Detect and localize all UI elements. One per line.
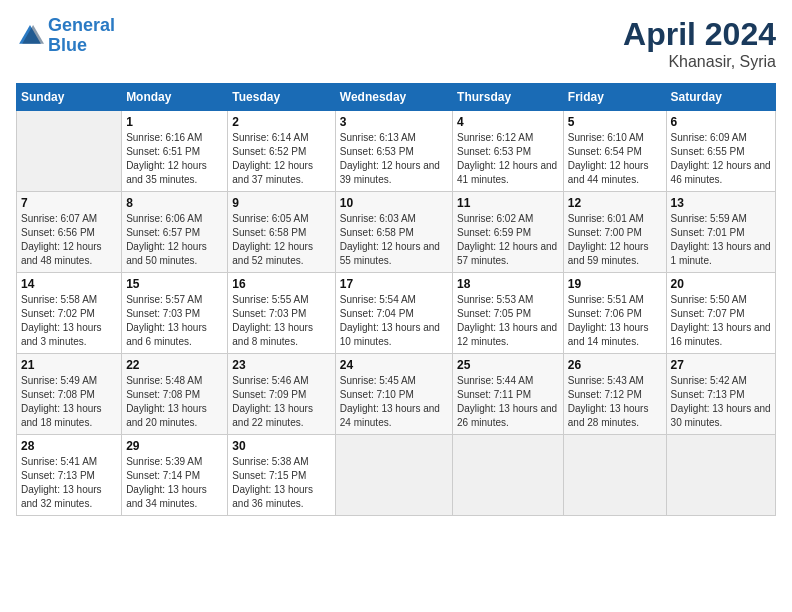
day-number: 20	[671, 277, 771, 291]
day-info: Sunrise: 6:06 AMSunset: 6:57 PMDaylight:…	[126, 212, 223, 268]
header-monday: Monday	[122, 84, 228, 111]
day-number: 12	[568, 196, 662, 210]
day-cell: 30 Sunrise: 5:38 AMSunset: 7:15 PMDaylig…	[228, 435, 335, 516]
week-row-0: 1 Sunrise: 6:16 AMSunset: 6:51 PMDayligh…	[17, 111, 776, 192]
day-number: 29	[126, 439, 223, 453]
day-info: Sunrise: 6:13 AMSunset: 6:53 PMDaylight:…	[340, 131, 448, 187]
day-cell: 4 Sunrise: 6:12 AMSunset: 6:53 PMDayligh…	[453, 111, 564, 192]
day-info: Sunrise: 5:43 AMSunset: 7:12 PMDaylight:…	[568, 374, 662, 430]
day-number: 2	[232, 115, 330, 129]
day-info: Sunrise: 5:53 AMSunset: 7:05 PMDaylight:…	[457, 293, 559, 349]
day-info: Sunrise: 5:38 AMSunset: 7:15 PMDaylight:…	[232, 455, 330, 511]
day-number: 3	[340, 115, 448, 129]
day-cell: 6 Sunrise: 6:09 AMSunset: 6:55 PMDayligh…	[666, 111, 775, 192]
day-info: Sunrise: 6:03 AMSunset: 6:58 PMDaylight:…	[340, 212, 448, 268]
day-cell: 5 Sunrise: 6:10 AMSunset: 6:54 PMDayligh…	[563, 111, 666, 192]
day-cell: 11 Sunrise: 6:02 AMSunset: 6:59 PMDaylig…	[453, 192, 564, 273]
day-cell: 10 Sunrise: 6:03 AMSunset: 6:58 PMDaylig…	[335, 192, 452, 273]
day-info: Sunrise: 6:16 AMSunset: 6:51 PMDaylight:…	[126, 131, 223, 187]
logo-blue: Blue	[48, 35, 87, 55]
day-cell: 7 Sunrise: 6:07 AMSunset: 6:56 PMDayligh…	[17, 192, 122, 273]
day-cell: 23 Sunrise: 5:46 AMSunset: 7:09 PMDaylig…	[228, 354, 335, 435]
day-number: 21	[21, 358, 117, 372]
logo-icon	[16, 22, 44, 50]
day-info: Sunrise: 5:59 AMSunset: 7:01 PMDaylight:…	[671, 212, 771, 268]
title-block: April 2024 Khanasir, Syria	[623, 16, 776, 71]
logo: General Blue	[16, 16, 115, 56]
day-cell: 18 Sunrise: 5:53 AMSunset: 7:05 PMDaylig…	[453, 273, 564, 354]
page-header: General Blue April 2024 Khanasir, Syria	[16, 16, 776, 71]
header-thursday: Thursday	[453, 84, 564, 111]
week-row-1: 7 Sunrise: 6:07 AMSunset: 6:56 PMDayligh…	[17, 192, 776, 273]
day-cell: 15 Sunrise: 5:57 AMSunset: 7:03 PMDaylig…	[122, 273, 228, 354]
logo-general: General	[48, 15, 115, 35]
day-number: 30	[232, 439, 330, 453]
day-cell: 8 Sunrise: 6:06 AMSunset: 6:57 PMDayligh…	[122, 192, 228, 273]
day-info: Sunrise: 6:05 AMSunset: 6:58 PMDaylight:…	[232, 212, 330, 268]
day-info: Sunrise: 5:55 AMSunset: 7:03 PMDaylight:…	[232, 293, 330, 349]
day-info: Sunrise: 5:45 AMSunset: 7:10 PMDaylight:…	[340, 374, 448, 430]
day-number: 10	[340, 196, 448, 210]
day-number: 26	[568, 358, 662, 372]
day-cell: 19 Sunrise: 5:51 AMSunset: 7:06 PMDaylig…	[563, 273, 666, 354]
day-number: 15	[126, 277, 223, 291]
day-cell: 14 Sunrise: 5:58 AMSunset: 7:02 PMDaylig…	[17, 273, 122, 354]
header-row: SundayMondayTuesdayWednesdayThursdayFrid…	[17, 84, 776, 111]
day-cell: 17 Sunrise: 5:54 AMSunset: 7:04 PMDaylig…	[335, 273, 452, 354]
day-number: 23	[232, 358, 330, 372]
day-info: Sunrise: 6:09 AMSunset: 6:55 PMDaylight:…	[671, 131, 771, 187]
day-cell: 21 Sunrise: 5:49 AMSunset: 7:08 PMDaylig…	[17, 354, 122, 435]
day-info: Sunrise: 5:57 AMSunset: 7:03 PMDaylight:…	[126, 293, 223, 349]
day-cell	[453, 435, 564, 516]
day-cell: 29 Sunrise: 5:39 AMSunset: 7:14 PMDaylig…	[122, 435, 228, 516]
day-cell: 24 Sunrise: 5:45 AMSunset: 7:10 PMDaylig…	[335, 354, 452, 435]
day-info: Sunrise: 5:51 AMSunset: 7:06 PMDaylight:…	[568, 293, 662, 349]
day-info: Sunrise: 5:49 AMSunset: 7:08 PMDaylight:…	[21, 374, 117, 430]
day-number: 5	[568, 115, 662, 129]
day-number: 14	[21, 277, 117, 291]
day-cell: 22 Sunrise: 5:48 AMSunset: 7:08 PMDaylig…	[122, 354, 228, 435]
day-info: Sunrise: 5:42 AMSunset: 7:13 PMDaylight:…	[671, 374, 771, 430]
day-cell	[563, 435, 666, 516]
day-info: Sunrise: 5:50 AMSunset: 7:07 PMDaylight:…	[671, 293, 771, 349]
day-cell: 13 Sunrise: 5:59 AMSunset: 7:01 PMDaylig…	[666, 192, 775, 273]
day-number: 24	[340, 358, 448, 372]
day-cell: 3 Sunrise: 6:13 AMSunset: 6:53 PMDayligh…	[335, 111, 452, 192]
day-number: 19	[568, 277, 662, 291]
day-cell: 12 Sunrise: 6:01 AMSunset: 7:00 PMDaylig…	[563, 192, 666, 273]
day-cell: 2 Sunrise: 6:14 AMSunset: 6:52 PMDayligh…	[228, 111, 335, 192]
day-info: Sunrise: 6:10 AMSunset: 6:54 PMDaylight:…	[568, 131, 662, 187]
day-cell	[17, 111, 122, 192]
day-cell: 9 Sunrise: 6:05 AMSunset: 6:58 PMDayligh…	[228, 192, 335, 273]
day-number: 7	[21, 196, 117, 210]
header-saturday: Saturday	[666, 84, 775, 111]
day-number: 9	[232, 196, 330, 210]
day-info: Sunrise: 5:54 AMSunset: 7:04 PMDaylight:…	[340, 293, 448, 349]
day-info: Sunrise: 6:14 AMSunset: 6:52 PMDaylight:…	[232, 131, 330, 187]
day-cell: 1 Sunrise: 6:16 AMSunset: 6:51 PMDayligh…	[122, 111, 228, 192]
day-number: 25	[457, 358, 559, 372]
main-title: April 2024	[623, 16, 776, 53]
calendar-body: 1 Sunrise: 6:16 AMSunset: 6:51 PMDayligh…	[17, 111, 776, 516]
day-number: 6	[671, 115, 771, 129]
header-tuesday: Tuesday	[228, 84, 335, 111]
day-cell: 25 Sunrise: 5:44 AMSunset: 7:11 PMDaylig…	[453, 354, 564, 435]
day-info: Sunrise: 5:58 AMSunset: 7:02 PMDaylight:…	[21, 293, 117, 349]
header-friday: Friday	[563, 84, 666, 111]
day-number: 28	[21, 439, 117, 453]
day-number: 22	[126, 358, 223, 372]
day-info: Sunrise: 5:46 AMSunset: 7:09 PMDaylight:…	[232, 374, 330, 430]
day-number: 4	[457, 115, 559, 129]
subtitle: Khanasir, Syria	[623, 53, 776, 71]
day-number: 13	[671, 196, 771, 210]
day-info: Sunrise: 5:39 AMSunset: 7:14 PMDaylight:…	[126, 455, 223, 511]
day-number: 18	[457, 277, 559, 291]
day-number: 16	[232, 277, 330, 291]
day-info: Sunrise: 6:01 AMSunset: 7:00 PMDaylight:…	[568, 212, 662, 268]
day-info: Sunrise: 5:44 AMSunset: 7:11 PMDaylight:…	[457, 374, 559, 430]
day-cell: 27 Sunrise: 5:42 AMSunset: 7:13 PMDaylig…	[666, 354, 775, 435]
day-info: Sunrise: 6:12 AMSunset: 6:53 PMDaylight:…	[457, 131, 559, 187]
day-cell	[666, 435, 775, 516]
calendar-header: SundayMondayTuesdayWednesdayThursdayFrid…	[17, 84, 776, 111]
day-info: Sunrise: 6:02 AMSunset: 6:59 PMDaylight:…	[457, 212, 559, 268]
